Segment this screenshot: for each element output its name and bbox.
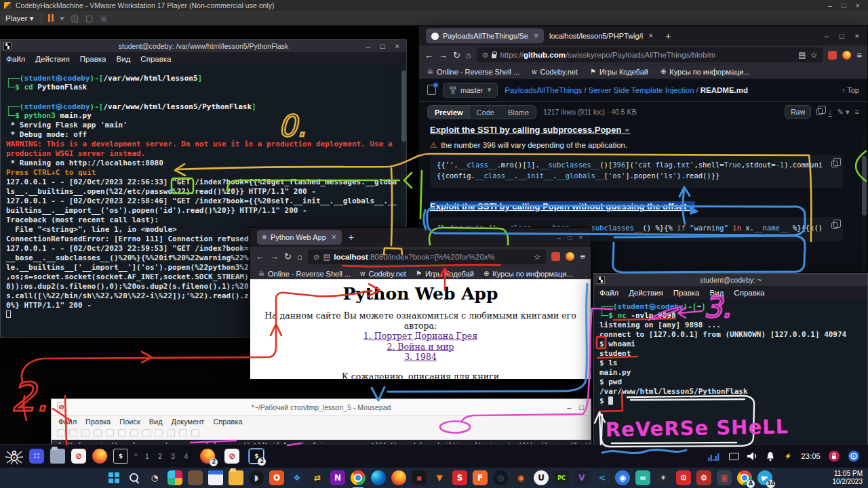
- shield-icon[interactable]: ⊘: [313, 252, 320, 262]
- bookmark-item-1[interactable]: wCodeby.net: [360, 270, 406, 278]
- display-icon[interactable]: [729, 453, 739, 460]
- terminal1-menu-item-4[interactable]: Справка: [140, 55, 171, 63]
- bookmark-star-icon[interactable]: ☆: [534, 252, 540, 262]
- minimize-icon[interactable]: –: [825, 32, 829, 40]
- mousepad-menu-item-2[interactable]: Поиск: [119, 418, 140, 426]
- player-menu-button[interactable]: Player ▾: [5, 14, 34, 23]
- terminal2-menu-item-2[interactable]: Правка: [673, 289, 700, 297]
- blender-icon[interactable]: ◉: [513, 470, 528, 485]
- anchor-link-icon[interactable]: ⚭: [689, 203, 695, 211]
- vmware-titlebar[interactable]: CodebyHackMachine - VMware Workstation 1…: [0, 0, 868, 11]
- terminal2-menu-item-1[interactable]: Действия: [629, 289, 663, 297]
- terminal-icon[interactable]: $: [113, 449, 128, 464]
- carrot-app-icon[interactable]: ▼: [432, 470, 447, 485]
- anchor-link-icon[interactable]: ⚭: [624, 126, 630, 134]
- book-link-3[interactable]: 3. 1984: [404, 352, 437, 362]
- tab-preview[interactable]: Preview: [428, 106, 470, 119]
- url-bar[interactable]: ⊘ ▤ localhost:8080/index?book={%%20for%2…: [308, 249, 547, 264]
- search-icon[interactable]: [127, 470, 142, 485]
- ublock-icon[interactable]: [551, 252, 560, 261]
- terminal2-menu-item-0[interactable]: Файл: [599, 289, 618, 297]
- maximize-icon[interactable]: □: [842, 1, 846, 9]
- toolbar-icon[interactable]: [106, 429, 114, 437]
- windows-clock[interactable]: 11:05 PM 10/2/2023: [833, 470, 863, 486]
- toolbar-icon[interactable]: [118, 429, 126, 437]
- firefox-icon[interactable]: [92, 449, 107, 464]
- outline-icon[interactable]: ≡: [855, 108, 859, 116]
- toolbar-icon[interactable]: [94, 429, 102, 437]
- file-explorer-icon[interactable]: [229, 470, 243, 485]
- new-tab-button[interactable]: +: [665, 30, 671, 41]
- bookmark-item-2[interactable]: ⚑Игры Кодебай: [416, 270, 474, 278]
- mousepad-icon[interactable]: ⊘: [71, 449, 86, 464]
- arrows-app-icon[interactable]: ⇄: [310, 470, 325, 485]
- minimize-icon[interactable]: –: [557, 234, 561, 241]
- maximize-icon[interactable]: □: [380, 42, 385, 50]
- mousepad-menu-item-1[interactable]: Правка: [85, 418, 111, 426]
- bookmark-star-icon[interactable]: ☆: [810, 50, 817, 60]
- tab-code[interactable]: Code: [470, 106, 501, 119]
- terminal1-menu-item-2[interactable]: Правка: [80, 55, 106, 63]
- minimize-icon[interactable]: –: [567, 403, 571, 411]
- copy-icon[interactable]: [831, 222, 837, 229]
- bookmark-item-3[interactable]: ⊕Курсы по информаци...: [660, 68, 750, 76]
- toolbar-icon[interactable]: [57, 429, 65, 437]
- teal-app-icon[interactable]: ∞: [635, 470, 650, 485]
- firefox-window-button[interactable]: 2: [200, 449, 215, 464]
- toolbar-icon[interactable]: [130, 429, 138, 437]
- tab-close-icon[interactable]: ×: [648, 31, 653, 41]
- copy-icon[interactable]: [816, 108, 823, 115]
- fullscreen-icon[interactable]: ▢: [85, 14, 93, 23]
- bookmark-item-0[interactable]: ☠Online - Reverse Shell ...: [427, 68, 519, 76]
- red-gear2-app-icon[interactable]: ⚙: [696, 470, 711, 485]
- home-icon[interactable]: ⌂: [466, 50, 471, 60]
- back-icon[interactable]: ←: [425, 50, 433, 60]
- book-link-2[interactable]: 2. Война и мир: [387, 342, 454, 352]
- bookmark-item-0[interactable]: ☠Online - Reverse Shell ...: [258, 270, 351, 278]
- reader-view-icon[interactable]: ▤: [798, 50, 806, 60]
- bookmark-item-2[interactable]: ⚑Игры Кодебай: [590, 68, 648, 76]
- volume-icon[interactable]: [747, 451, 758, 461]
- kali-spider-logo[interactable]: [4, 447, 24, 465]
- tab-close-icon[interactable]: ×: [534, 31, 538, 41]
- minimize-icon[interactable]: –: [828, 1, 832, 9]
- minimize-icon[interactable]: –: [366, 42, 370, 50]
- mousepad-window-button[interactable]: ⊘: [224, 449, 239, 464]
- workspace-switcher[interactable]: 1 2 3 4: [145, 452, 192, 460]
- url-bar[interactable]: ⊘ https://github.com/swisskyrepo/Payload…: [477, 47, 823, 62]
- close-icon[interactable]: ×: [856, 1, 860, 9]
- power-manager-icon[interactable]: ⚡: [783, 451, 793, 462]
- breadcrumb-repo-link[interactable]: PayloadsAllTheThings: [505, 86, 582, 94]
- tab-close-icon[interactable]: ×: [332, 232, 336, 242]
- compass-app-icon[interactable]: [848, 450, 860, 462]
- terminal1-menu-item-3[interactable]: Вид: [117, 55, 131, 63]
- back-icon[interactable]: ←: [256, 251, 264, 262]
- toolbar-icon[interactable]: [69, 429, 77, 437]
- edge-icon[interactable]: [371, 470, 386, 485]
- terminal2-menu-item-4[interactable]: Справка: [734, 289, 764, 297]
- start-button[interactable]: [106, 470, 121, 485]
- sphere-app-icon[interactable]: ◍: [493, 470, 508, 485]
- mousepad-titlebar[interactable]: ⊘ *~/Рабочий стол/tmp_lesson_5 - Mousepa…: [52, 399, 591, 415]
- terminal-window-button[interactable]: $2: [249, 449, 264, 464]
- pause-dropdown-icon[interactable]: ▾: [60, 14, 64, 23]
- gallery-app-icon[interactable]: [188, 470, 203, 485]
- tab-payloadsallthethings[interactable]: PayloadsAllTheThings/Se ×: [426, 28, 544, 43]
- firefox-account-icon[interactable]: [566, 252, 574, 261]
- mousepad-menu-item-5[interactable]: Справка: [213, 418, 242, 426]
- menu-icon[interactable]: ≡: [856, 50, 862, 60]
- tab-python-web-app[interactable]: Python Web App ×: [257, 230, 342, 245]
- pycharm-icon[interactable]: PC: [554, 470, 569, 485]
- copy-icon[interactable]: [831, 161, 837, 167]
- screen-lock-icon[interactable]: [828, 450, 840, 462]
- toolbar-icon[interactable]: [81, 429, 90, 437]
- f-app-icon[interactable]: F: [473, 470, 488, 485]
- unreal-icon[interactable]: U: [534, 470, 549, 485]
- dark-app-icon[interactable]: ◗: [249, 470, 264, 485]
- breadcrumb-folder-link[interactable]: Server Side Template Injection: [589, 86, 694, 94]
- reload-icon[interactable]: ↻: [284, 251, 292, 262]
- github-scrollbar[interactable]: [862, 131, 867, 270]
- toolbar-icon[interactable]: [142, 429, 151, 437]
- terminal1-menu-item-1[interactable]: Действия: [35, 55, 69, 63]
- fl-studio-icon[interactable]: ▪: [412, 470, 427, 485]
